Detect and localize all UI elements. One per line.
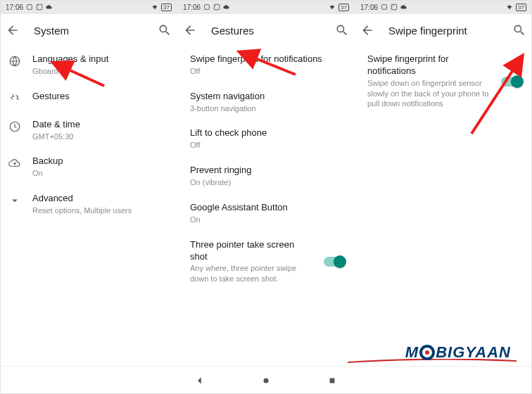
svg-point-14 [264,378,269,383]
cloud-up-icon [8,157,21,170]
cloud-icon [400,4,407,11]
pref-title: Gestures [32,91,167,103]
toggle-swipe-fp[interactable] [501,77,522,87]
cloud-icon [46,4,53,11]
svg-point-7 [215,6,216,6]
screenshot-icon [203,4,210,11]
pref-title: Backup [32,155,167,167]
battery-icon: 37 [338,4,349,11]
clock-icon [8,120,21,133]
app-bar: System [0,14,177,46]
battery-icon: 37 [516,4,526,11]
pref-advanced[interactable]: AdvancedReset options, Multiple users [0,186,177,223]
pref-title: System navigation [190,91,345,103]
pref-swipe-fingerprint[interactable]: Swipe fingerprint for notificationsOff [177,46,355,84]
pref-assistant-button[interactable]: Google Assistant ButtonOn [177,195,355,232]
image-icon [391,4,398,11]
pref-system-navigation[interactable]: System navigation3-button navigation [177,84,355,121]
pref-title: Lift to check phone [190,127,345,139]
screenshot-icon [381,4,388,11]
back-button[interactable] [183,23,197,37]
image-icon [36,4,43,11]
watermark-text: M [405,343,419,362]
pref-sub: Off [190,66,345,77]
app-bar: Swipe fingerprint [355,14,532,46]
globe-icon [8,55,21,68]
search-button[interactable] [512,23,526,37]
svg-rect-6 [214,4,220,10]
watermark-o-icon [419,345,435,360]
status-time: 17:06 [6,4,23,11]
wifi-icon [329,4,336,11]
pref-sub: Off [190,140,345,151]
system-nav-bar [0,366,532,394]
nav-back-button[interactable] [195,376,205,386]
wifi-icon [506,4,513,11]
pref-title: Swipe fingerprint for notifications [367,53,490,77]
toggle-three-pointer[interactable] [324,257,345,267]
cloud-icon [223,4,230,11]
expand-icon [8,194,21,207]
status-bar: 17:06 37 [355,0,532,14]
app-bar: Gestures [177,14,355,46]
svg-rect-1 [37,4,42,10]
screen-gestures: 17:06 37 Gestures Swipe fingerprint for … [177,0,355,366]
back-button[interactable] [360,23,374,37]
pref-sub: On (vibrate) [190,177,345,188]
pref-title: Date & time [32,119,167,131]
screen-system: 17:06 37 System Languages & inputGboard [0,0,177,366]
pref-sub: On [190,215,345,225]
nav-recents-button[interactable] [327,376,337,386]
pref-sub: 3-button navigation [190,103,345,114]
status-bar: 17:06 37 [177,0,355,14]
page-title: Swipe fingerprint [388,25,498,37]
svg-rect-5 [205,5,210,10]
watermark-logo: M BIGYAAN [405,343,511,362]
search-button[interactable] [335,23,349,37]
back-button[interactable] [6,23,20,37]
pref-sub: Swipe down on fingerprint sensor slowly … [367,78,490,110]
pref-sub: Any where, three pointer swipe down to t… [190,263,312,284]
pref-title: Advanced [32,193,167,205]
pref-title: Languages & input [32,53,167,65]
gestures-icon [8,92,21,105]
pref-title: Three pointer take screen shot [190,239,312,263]
pref-sub: GMT+05:30 [32,132,167,142]
pref-swipe-fp-notifications[interactable]: Swipe fingerprint for notificationsSwipe… [355,46,532,116]
pref-three-pointer[interactable]: Three pointer take screen shotAny where,… [177,232,355,291]
svg-point-10 [393,6,393,6]
svg-rect-15 [330,378,335,383]
screenshot-icon [26,4,33,11]
pref-title: Swipe fingerprint for notifications [190,53,345,65]
pref-languages[interactable]: Languages & inputGboard [0,46,177,84]
pref-sub: Reset options, Multiple users [32,205,167,216]
pref-lift-check[interactable]: Lift to check phoneOff [177,120,355,158]
image-icon [213,4,220,11]
pref-datetime[interactable]: Date & timeGMT+05:30 [0,112,177,149]
nav-home-button[interactable] [261,376,271,386]
wifi-icon [151,4,158,11]
pref-backup[interactable]: BackupOn [0,148,177,186]
svg-rect-9 [391,4,397,10]
pref-title: Google Assistant Button [190,202,345,214]
svg-rect-8 [382,5,387,10]
pref-sub: Gboard [32,66,167,77]
pref-prevent-ringing[interactable]: Prevent ringingOn (vibrate) [177,158,355,195]
page-title: System [34,25,144,37]
pref-title: Prevent ringing [190,165,345,177]
watermark-text: BIGYAAN [436,343,511,362]
page-title: Gestures [211,25,321,37]
svg-rect-0 [27,5,32,10]
pref-sub: On [32,168,167,179]
search-button[interactable] [158,23,172,37]
screen-swipe-fingerprint: 17:06 37 Swipe fingerprint Swipe fingerp… [355,0,532,366]
status-bar: 17:06 37 [0,0,177,14]
pref-gestures[interactable]: Gestures [0,84,177,112]
status-time: 17:06 [360,4,378,11]
battery-icon: 37 [161,4,172,11]
svg-point-2 [38,6,39,6]
status-time: 17:06 [183,4,201,11]
